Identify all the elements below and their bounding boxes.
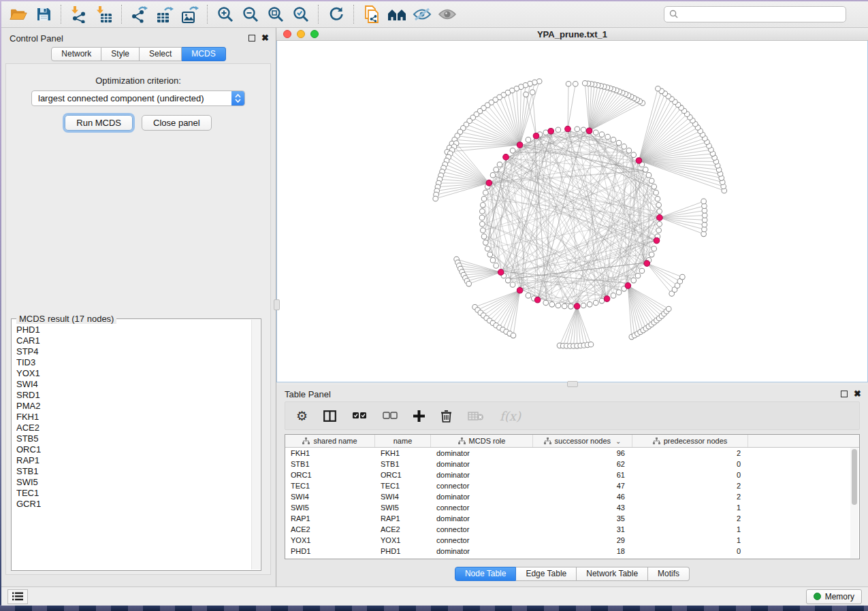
cell-successor-nodes[interactable]: 62 [533, 460, 632, 468]
graph-leaf-node[interactable] [511, 333, 516, 338]
graph-leaf-node[interactable] [530, 90, 535, 95]
mcds-result-item[interactable]: SRD1 [16, 390, 251, 401]
graph-node[interactable] [605, 134, 611, 139]
tab-select[interactable]: Select [140, 47, 182, 61]
cell-MCDS-role[interactable]: connector [431, 482, 533, 490]
graph-node[interactable] [510, 282, 515, 288]
delete-table-icon[interactable] [468, 411, 484, 421]
graph-node[interactable] [481, 196, 487, 201]
cell-successor-nodes[interactable]: 46 [533, 493, 632, 501]
close-table-panel-button[interactable]: ✖ [854, 391, 861, 397]
graph-leaf-node[interactable] [466, 281, 472, 286]
graph-node[interactable] [654, 190, 659, 195]
graph-node[interactable] [652, 184, 657, 190]
graph-leaf-node[interactable] [666, 306, 671, 312]
graph-node[interactable] [556, 127, 561, 133]
mcds-result-item[interactable]: TID3 [16, 357, 251, 368]
mcds-graph-node[interactable] [654, 237, 660, 244]
graph-node[interactable] [593, 130, 598, 135]
cell-shared-name[interactable]: ORC1 [285, 471, 375, 479]
mcds-result-item[interactable]: YOX1 [16, 368, 251, 379]
graph-leaf-node[interactable] [701, 199, 707, 204]
graph-node[interactable] [652, 246, 657, 252]
graph-node[interactable] [562, 303, 567, 309]
graph-node[interactable] [581, 127, 586, 133]
cell-MCDS-role[interactable]: dominator [431, 449, 533, 457]
mcds-result-item[interactable]: GCR1 [16, 499, 251, 510]
graph-node[interactable] [479, 215, 485, 220]
table-row[interactable]: ORC1ORC1dominator610 [285, 469, 850, 480]
graph-node[interactable] [494, 167, 499, 173]
table-scrollbar-thumb[interactable] [852, 449, 857, 505]
tab-style[interactable]: Style [101, 47, 140, 61]
graph-leaf-node[interactable] [656, 86, 661, 91]
graph-node[interactable] [483, 240, 489, 246]
mcds-result-item[interactable]: PHD1 [16, 325, 251, 335]
cell-name[interactable]: YOX1 [375, 536, 431, 544]
mcds-result-item[interactable]: STB5 [16, 433, 251, 444]
mcds-graph-node[interactable] [636, 158, 642, 164]
cell-shared-name[interactable]: FKH1 [285, 449, 375, 457]
cell-name[interactable]: STB1 [375, 460, 431, 468]
table-row[interactable]: RAP1RAP1dominator352 [285, 513, 850, 524]
mcds-graph-node[interactable] [534, 297, 541, 303]
graph-node[interactable] [643, 167, 648, 173]
cell-MCDS-role[interactable]: dominator [431, 547, 533, 555]
mcds-result-item[interactable]: TEC1 [16, 488, 251, 499]
mcds-result-item[interactable]: ORC1 [16, 444, 251, 455]
result-scrollbar[interactable] [251, 320, 260, 569]
table-row[interactable]: ACE2ACE2connector311 [285, 524, 850, 535]
table-row[interactable]: FKH1FKH1dominator962 [285, 448, 850, 459]
graph-node[interactable] [639, 268, 645, 274]
hide-selected-icon[interactable] [409, 3, 434, 25]
function-builder-icon[interactable]: f(x) [500, 409, 521, 423]
column-header-MCDS-role[interactable]: MCDS role [431, 435, 533, 447]
graph-node[interactable] [487, 252, 493, 257]
graph-node[interactable] [611, 293, 616, 299]
cell-successor-nodes[interactable]: 35 [533, 514, 632, 523]
tab-edge-table[interactable]: Edge Table [516, 567, 577, 581]
mcds-result-item[interactable]: SWI4 [16, 379, 251, 390]
graph-node[interactable] [587, 302, 592, 308]
cell-predecessor-nodes[interactable]: 2 [632, 449, 748, 457]
cell-predecessor-nodes[interactable]: 2 [632, 514, 748, 523]
graph-node[interactable] [599, 132, 605, 137]
cell-shared-name[interactable]: SWI5 [285, 503, 375, 512]
cell-MCDS-role[interactable]: connector [431, 503, 533, 512]
cell-name[interactable]: RAP1 [375, 514, 431, 523]
table-row[interactable]: TEC1TEC1connector472 [285, 480, 850, 491]
mcds-graph-node[interactable] [625, 283, 631, 289]
cell-shared-name[interactable]: RAP1 [285, 514, 375, 523]
graph-node[interactable] [616, 140, 622, 146]
mcds-graph-node[interactable] [517, 142, 523, 148]
mcds-graph-node[interactable] [503, 154, 509, 161]
export-network-icon[interactable] [127, 3, 152, 25]
graph-node[interactable] [646, 173, 652, 178]
mcds-graph-node[interactable] [486, 180, 492, 186]
mcds-result-list[interactable]: PHD1CAR1STP4TID3YOX1SWI4SRD1PMA2FKH1ACE2… [16, 325, 251, 569]
cell-shared-name[interactable]: YOX1 [285, 536, 375, 544]
cell-MCDS-role[interactable]: dominator [431, 514, 533, 523]
float-table-panel-button[interactable] [841, 391, 848, 397]
mcds-result-item[interactable]: STP4 [16, 346, 251, 357]
export-image-icon[interactable] [177, 3, 202, 25]
export-table-icon[interactable] [152, 3, 177, 25]
graph-node[interactable] [480, 209, 485, 214]
import-network-icon[interactable] [66, 3, 91, 25]
network-view-titlebar[interactable]: YPA_prune.txt_1 [276, 28, 868, 41]
cell-name[interactable]: TEC1 [375, 482, 431, 490]
graph-node[interactable] [599, 298, 605, 303]
table-row[interactable]: STB1STB1dominator620 [285, 459, 850, 469]
column-header-successor-nodes[interactable]: successor nodes⌄ [533, 435, 632, 447]
mcds-result-item[interactable]: RAP1 [16, 455, 251, 466]
graph-node[interactable] [622, 144, 627, 150]
graph-node[interactable] [568, 304, 574, 310]
cell-MCDS-role[interactable]: dominator [431, 493, 533, 501]
cell-successor-nodes[interactable]: 18 [533, 547, 632, 555]
graph-node[interactable] [631, 152, 637, 158]
graph-leaf-node[interactable] [433, 196, 438, 201]
network-canvas[interactable] [276, 41, 868, 382]
graph-leaf-node[interactable] [680, 274, 686, 280]
new-network-from-selection-icon[interactable] [359, 3, 384, 25]
table-options-icon[interactable]: ⚙ [296, 408, 308, 424]
